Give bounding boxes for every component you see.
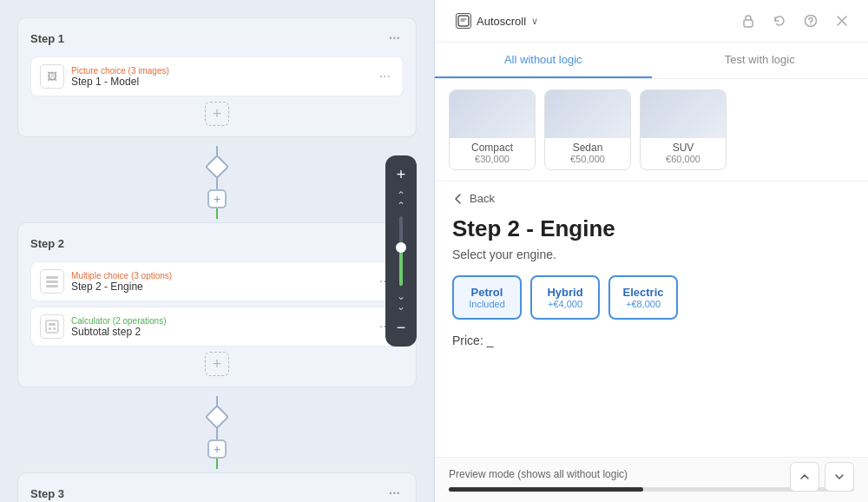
svg-rect-5 (49, 327, 51, 330)
svg-rect-2 (46, 285, 58, 287)
tab-all-without-logic[interactable]: All without logic (435, 43, 652, 78)
suv-name: SUV (641, 138, 726, 154)
add-connector-1[interactable]: + (207, 189, 227, 208)
step-2-item-1[interactable]: Multiple choice (3 options) Step 2 - Eng… (30, 261, 404, 301)
tab-test-with-logic[interactable]: Test with logic (652, 43, 869, 78)
item-name-label: Step 1 - Model (71, 76, 169, 88)
connector-2-3: + (17, 396, 417, 469)
zoom-slider[interactable] (399, 216, 403, 286)
item-menu-1[interactable]: ··· (376, 67, 394, 86)
choice-hybrid[interactable]: Hybrid +€4,000 (530, 275, 600, 320)
sedan-image (545, 90, 630, 138)
autoscroll-label: Autoscroll (477, 15, 526, 28)
scroll-up-icon[interactable]: ⌃⌃ (397, 190, 405, 211)
step-card-2: Step 2 ··· Multiple choice (3 options) S… (17, 222, 417, 387)
diamond-connector-2 (205, 405, 229, 429)
multiple-choice-icon (40, 269, 64, 294)
picture-choice-icon: 🖼 (40, 64, 64, 89)
price-label: Price: (452, 334, 483, 347)
step-1-menu[interactable]: ··· (385, 29, 404, 48)
step-subtitle: Select your engine. (435, 248, 868, 275)
preview-content: Compact €30,000 Sedan €50,000 SUV €60,00… (435, 79, 868, 457)
autoscroll-chevron: ∨ (531, 16, 538, 27)
svg-point-14 (810, 23, 812, 25)
model-card-sedan[interactable]: Sedan €50,000 (544, 89, 631, 170)
compact-name: Compact (450, 138, 535, 154)
model-card-compact[interactable]: Compact €30,000 (449, 89, 536, 170)
price-row: Price: _ (435, 334, 868, 361)
step-2-item-2[interactable]: Calculator (2 operations) Subtotal step … (30, 307, 404, 347)
svg-rect-6 (53, 327, 56, 330)
calculator-icon-1 (40, 314, 64, 339)
choice-petrol[interactable]: Petrol Included (452, 275, 522, 320)
svg-rect-4 (49, 323, 56, 326)
svg-rect-0 (46, 276, 58, 279)
item-type-label: Picture choice (3 images) (71, 66, 169, 76)
engine-choice-row: Petrol Included Hybrid +€4,000 Electric … (435, 275, 868, 334)
suv-price: €60,000 (641, 154, 726, 169)
lock-btn[interactable] (736, 9, 760, 33)
add-item-step1[interactable]: + (205, 102, 229, 126)
left-panel: Step 1 ··· 🖼 Picture choice (3 images) S… (0, 0, 434, 502)
close-btn[interactable] (830, 9, 854, 33)
sedan-price: €50,000 (545, 154, 630, 169)
zoom-in-btn[interactable]: + (389, 162, 413, 187)
item-type-calc: Calculator (2 operations) (71, 316, 167, 326)
step-1-title: Step 1 ··· (30, 29, 404, 48)
autoscroll-btn[interactable]: Autoscroll ∨ (449, 10, 545, 32)
help-btn[interactable] (799, 9, 823, 33)
scroll-down-icon[interactable]: ⌄⌄ (397, 291, 405, 312)
connector-1-2: + (17, 146, 417, 219)
progress-fill (449, 487, 643, 492)
header-icons (736, 9, 854, 33)
sedan-name: Sedan (545, 138, 630, 154)
autoscroll-icon (456, 13, 471, 29)
back-label: Back (470, 192, 495, 205)
compact-price: €30,000 (450, 154, 535, 169)
step-3-title: Step 3 ··· (30, 484, 404, 502)
zoom-out-btn[interactable]: − (389, 315, 413, 340)
preview-header: Autoscroll ∨ (435, 0, 868, 43)
nav-arrows (790, 462, 854, 492)
step-3-menu[interactable]: ··· (385, 484, 404, 502)
item-type-2: Multiple choice (3 options) (71, 271, 172, 281)
electric-name: Electric (622, 286, 664, 299)
svg-rect-12 (744, 20, 753, 27)
add-connector-2[interactable]: + (207, 439, 227, 459)
back-button[interactable]: Back (435, 182, 512, 208)
hybrid-name: Hybrid (544, 286, 586, 299)
step-1-item-1[interactable]: 🖼 Picture choice (3 images) Step 1 - Mod… (30, 56, 404, 96)
step-card-3: Step 3 ··· 🖼 Picture choice (4 images) S… (17, 472, 417, 502)
model-cards-strip: Compact €30,000 Sedan €50,000 SUV €60,00… (435, 79, 868, 182)
preview-tabs: All without logic Test with logic (435, 43, 868, 79)
step-heading: Step 2 - Engine (435, 208, 868, 248)
price-value: _ (487, 334, 494, 347)
compact-image (450, 90, 535, 138)
undo-btn[interactable] (767, 9, 792, 33)
nav-up-btn[interactable] (790, 462, 819, 492)
add-item-step2[interactable]: + (205, 352, 229, 376)
step-2-title: Step 2 ··· (30, 234, 404, 253)
diamond-connector (205, 155, 229, 179)
petrol-name: Petrol (466, 286, 508, 299)
petrol-price: Included (466, 299, 508, 309)
electric-price: +€8,000 (622, 299, 664, 309)
nav-down-btn[interactable] (825, 462, 854, 492)
svg-rect-1 (46, 281, 58, 283)
right-panel: Autoscroll ∨ (435, 0, 868, 502)
zoom-controls: + ⌃⌃ ⌄⌄ − (385, 155, 417, 347)
zoom-thumb[interactable] (396, 242, 406, 253)
step-card-1: Step 1 ··· 🖼 Picture choice (3 images) S… (17, 17, 417, 137)
hybrid-price: +€4,000 (544, 299, 586, 309)
suv-image (641, 90, 726, 138)
svg-rect-3 (46, 320, 58, 333)
choice-electric[interactable]: Electric +€8,000 (608, 275, 678, 320)
model-card-suv[interactable]: SUV €60,000 (640, 89, 727, 170)
